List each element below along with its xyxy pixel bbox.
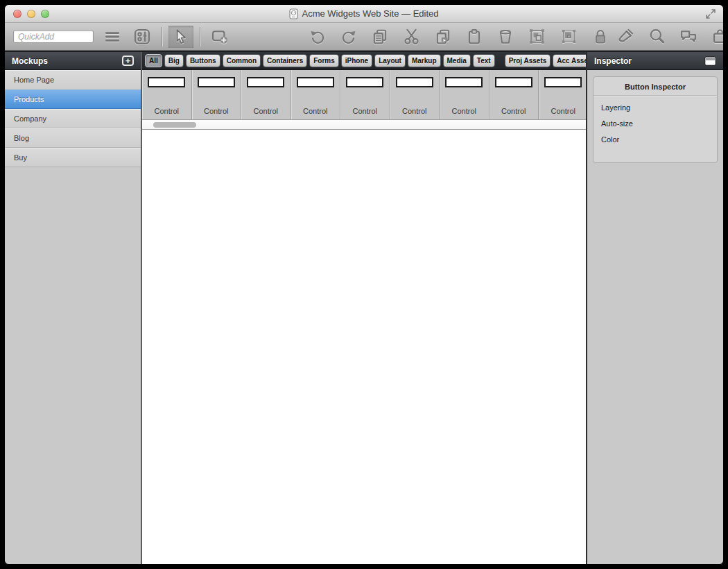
- tab-buttons[interactable]: Buttons: [186, 54, 220, 67]
- toolbar-divider: [200, 27, 200, 46]
- button-inspector-title: Button Inspector: [593, 77, 717, 96]
- main-toolbar: [5, 23, 723, 51]
- library-tab-bar: All Big Buttons Common Containers Forms …: [142, 52, 586, 70]
- button-thumbnail: [346, 77, 383, 87]
- minimize-button[interactable]: [27, 10, 35, 18]
- ungroup-icon[interactable]: [556, 26, 582, 48]
- inspector-row-auto-size[interactable]: Auto-size: [593, 119, 717, 128]
- library-control-item[interactable]: Control: [539, 70, 586, 119]
- toggle-inspector-panel-icon[interactable]: [704, 56, 716, 66]
- quickadd-input[interactable]: [13, 30, 94, 43]
- add-mockup-icon[interactable]: [207, 26, 233, 48]
- sidebar-item-blog[interactable]: Blog: [5, 128, 141, 148]
- expand-window-icon[interactable]: [705, 8, 716, 19]
- window-title: Acme Widgets Web Site — Edited: [302, 8, 438, 19]
- sidebar-item-company[interactable]: Company: [5, 109, 141, 128]
- library-control-item[interactable]: Control: [241, 70, 291, 119]
- list-icon[interactable]: [100, 26, 125, 48]
- add-mockup-button[interactable]: +: [122, 56, 134, 66]
- tab-proj-assets[interactable]: Proj Assets: [505, 54, 551, 67]
- button-thumbnail: [247, 77, 284, 87]
- tab-all[interactable]: All: [145, 54, 162, 67]
- tab-media[interactable]: Media: [443, 54, 471, 67]
- tab-big[interactable]: Big: [164, 54, 184, 67]
- library-control-item[interactable]: Control: [489, 70, 539, 119]
- button-thumbnail: [198, 77, 235, 87]
- library-scrollbar-track[interactable]: [142, 120, 586, 130]
- button-thumbnail: [544, 77, 582, 87]
- mockups-header: Mockups +: [5, 52, 141, 70]
- library-control-item[interactable]: Control: [192, 70, 242, 119]
- paste-icon[interactable]: [431, 26, 456, 48]
- undo-icon[interactable]: [305, 26, 330, 48]
- mockups-sidebar: Mockups + Home Page Products Company Blo…: [5, 52, 142, 564]
- button-thumbnail: [148, 77, 185, 87]
- tab-common[interactable]: Common: [223, 54, 261, 67]
- library-scrollbar-thumb[interactable]: [153, 122, 196, 128]
- tab-forms[interactable]: Forms: [309, 54, 339, 67]
- tab-text[interactable]: Text: [473, 54, 495, 67]
- app-window: Acme Widgets Web Site — Edited: [5, 5, 723, 564]
- control-library-strip: Control Control Control Control Control: [142, 70, 586, 120]
- bag-icon[interactable]: [707, 26, 723, 48]
- zoom-button[interactable]: [41, 10, 49, 18]
- tab-markup[interactable]: Markup: [408, 54, 441, 67]
- title-bar: Acme Widgets Web Site — Edited: [5, 5, 723, 23]
- copy-icon[interactable]: [367, 26, 392, 48]
- library-control-item[interactable]: Control: [142, 70, 192, 119]
- cut-icon[interactable]: [399, 26, 424, 48]
- brush-icon[interactable]: [613, 26, 639, 48]
- tab-iphone[interactable]: iPhone: [341, 54, 372, 67]
- inspector-row-layering[interactable]: Layering: [593, 103, 717, 112]
- mockups-header-title: Mockups: [12, 56, 48, 66]
- zoom-icon[interactable]: [644, 26, 670, 48]
- content-area: Mockups + Home Page Products Company Blo…: [5, 51, 723, 564]
- delete-icon[interactable]: [493, 26, 518, 48]
- tab-acc-assets[interactable]: Acc Assets: [553, 54, 586, 67]
- lock-icon[interactable]: [588, 26, 613, 48]
- inspector-row-color[interactable]: Color: [593, 135, 717, 144]
- button-thumbnail: [495, 77, 532, 87]
- clipboard-icon[interactable]: [462, 26, 487, 48]
- mockup-canvas[interactable]: [142, 130, 586, 564]
- library-control-item[interactable]: Control: [340, 70, 390, 119]
- button-thumbnail: [297, 77, 334, 87]
- inspector-header: Inspector: [587, 52, 723, 70]
- library-control-item[interactable]: Control: [291, 70, 341, 119]
- library-control-item[interactable]: Control: [390, 70, 440, 119]
- tab-layout[interactable]: Layout: [374, 54, 406, 67]
- button-thumbnail: [396, 77, 433, 87]
- button-inspector-card: Button Inspector Layering Auto-size Colo…: [593, 76, 718, 163]
- toolbar-divider: [162, 27, 162, 46]
- inspector-header-title: Inspector: [594, 56, 632, 66]
- tab-containers[interactable]: Containers: [263, 54, 307, 67]
- sidebar-item-buy[interactable]: Buy: [5, 148, 141, 167]
- traffic-lights: [13, 10, 49, 18]
- sidebar-item-home-page[interactable]: Home Page: [5, 70, 141, 90]
- main-area: All Big Buttons Common Containers Forms …: [142, 52, 586, 564]
- library-control-item[interactable]: Control: [440, 70, 489, 119]
- select-tool-icon[interactable]: [168, 26, 193, 48]
- window-title-group: Acme Widgets Web Site — Edited: [289, 8, 438, 19]
- redo-icon[interactable]: [336, 26, 361, 48]
- inspector-panel: Inspector Button Inspector Layering Auto…: [586, 52, 723, 564]
- sidebar-item-products[interactable]: Products: [5, 90, 141, 109]
- close-button[interactable]: [13, 10, 21, 18]
- comments-icon[interactable]: [675, 26, 702, 48]
- ui-library-icon[interactable]: [129, 26, 155, 48]
- document-proxy-icon[interactable]: [289, 8, 298, 19]
- button-thumbnail: [445, 77, 483, 87]
- group-icon[interactable]: [524, 26, 550, 48]
